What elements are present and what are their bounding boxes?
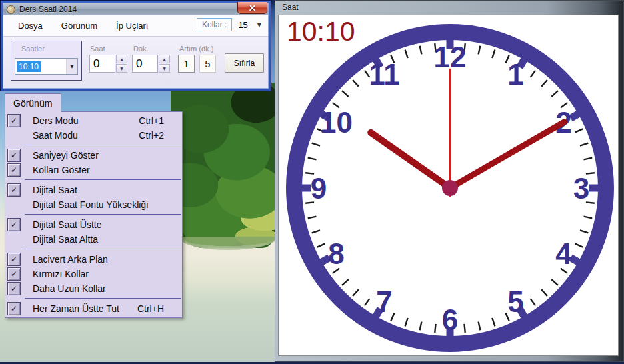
minute-tick — [405, 318, 408, 326]
checkmark-icon[interactable]: ✓ — [7, 163, 21, 177]
checkmark-icon[interactable]: ✓ — [7, 183, 21, 197]
menu-item-saat-modu[interactable]: Saat ModuCtrl+2 — [5, 128, 182, 143]
menu-item-label: Kolları Göster — [33, 165, 90, 175]
dak-spinner: 0 ▲ ▼ — [132, 55, 171, 73]
minute-tick — [551, 91, 558, 97]
saat-up-icon[interactable]: ▲ — [116, 55, 127, 63]
artim-1-button[interactable]: 1 — [178, 55, 195, 73]
menu-item-daha-uzun-kollar[interactable]: ✓Daha Uzun Kollar — [5, 281, 182, 296]
clock-window-title[interactable]: Saat — [282, 3, 299, 12]
saatler-selected-value: 10:10 — [17, 61, 41, 72]
minute-tick — [420, 322, 422, 331]
menu-item-label: Lacivert Arka Plan — [33, 254, 108, 265]
close-icon — [249, 5, 255, 11]
minute-tick — [530, 71, 535, 78]
saatler-dropdown-icon[interactable]: ▼ — [66, 59, 77, 74]
checkmark-icon[interactable]: ✓ — [7, 302, 21, 315]
gorunum-menu-header[interactable]: Görünüm — [5, 93, 61, 112]
menu-item-k-rm-z-kollar[interactable]: ✓Kırmızı Kollar — [5, 267, 182, 281]
menu-item-label: Dijital Saat Fontu Yüksekliği — [33, 199, 148, 210]
clock-app-icon — [7, 5, 15, 14]
checkmark-icon[interactable]: ✓ — [7, 253, 21, 266]
clock-face-area: 10:10 123456789101112 — [278, 15, 619, 356]
kollar-label: Kollar : — [197, 18, 232, 31]
menu-item-her-zaman-stte-tut[interactable]: ✓Her Zaman Üstte TutCtrl+H — [5, 301, 182, 316]
checkmark-icon[interactable]: ✓ — [7, 114, 21, 127]
menu-item-kollar-g-ster[interactable]: ✓Kolları Göster — [5, 163, 182, 177]
saatler-combobox[interactable]: 10:10 ▼ — [15, 58, 78, 75]
minute-tick — [492, 318, 495, 326]
menu-item-shortcut: Ctrl+2 — [139, 130, 182, 141]
saat-label: Saat — [90, 45, 105, 53]
clock-number: 5 — [507, 285, 523, 318]
hour-hand — [371, 133, 450, 188]
minute-tick — [312, 143, 320, 146]
menu-item-shortcut: Ctrl+H — [137, 303, 182, 314]
saatler-label: Saatler — [21, 45, 45, 53]
checkmark-icon[interactable]: ✓ — [7, 282, 21, 295]
menu-separator — [5, 143, 182, 148]
menu-item-shortcut: Ctrl+1 — [139, 115, 182, 126]
sifirla-button[interactable]: Sıfırla — [225, 53, 264, 73]
artim-5-button[interactable]: 5 — [199, 55, 216, 73]
minute-tick — [464, 324, 465, 333]
minute-tick — [541, 80, 547, 87]
menu-item-dijital-saat-fontu-y-ksekli-i[interactable]: Dijital Saat Fontu Yüksekliği — [5, 197, 182, 212]
close-button[interactable] — [237, 2, 267, 14]
checkmark-icon[interactable]: ✓ — [7, 267, 21, 281]
menu-item-label: Ders Modu — [33, 115, 78, 126]
menu-item-label: Her Zaman Üstte Tut — [33, 303, 119, 314]
minute-tick — [353, 80, 359, 87]
minute-tick — [317, 243, 325, 247]
menu-item-lacivert-arka-plan[interactable]: ✓Lacivert Arka Plan — [5, 252, 182, 267]
checkmark-icon[interactable]: ✓ — [7, 218, 21, 231]
menu-separator — [5, 296, 182, 301]
dak-input[interactable]: 0 — [132, 55, 158, 73]
menu-item-label: Saat Modu — [33, 130, 78, 141]
saat-input[interactable]: 0 — [89, 55, 115, 73]
dak-label: Dak. — [133, 45, 149, 53]
wallpaper-grass — [179, 237, 277, 250]
clock-number: 9 — [311, 172, 327, 205]
clock-number: 11 — [369, 58, 400, 91]
app-titlebar[interactable]: Ders Saati 2014 — [3, 3, 268, 15]
kollar-dropdown-icon[interactable]: ▼ — [257, 22, 261, 28]
hour-tick — [571, 258, 579, 263]
menu-item-dijital-saat-altta[interactable]: Dijital Saat Altta — [5, 232, 182, 247]
minute-tick — [479, 46, 481, 55]
clock-number: 12 — [434, 41, 467, 73]
app-window: Ders Saati 2014 Dosya Görünüm İp Uçları … — [0, 0, 271, 91]
dak-down-icon[interactable]: ▼ — [159, 64, 170, 73]
minute-tick — [312, 230, 320, 233]
menu-separator — [5, 212, 182, 217]
saat-down-icon[interactable]: ▼ — [116, 64, 127, 73]
minute-tick — [435, 324, 435, 333]
minute-hand — [450, 122, 564, 188]
minute-tick — [575, 243, 583, 247]
minute-tick — [530, 299, 535, 306]
menu-item-dijital-saat-stte[interactable]: ✓Dijital Saat Üstte — [5, 217, 182, 232]
menu-ip-uclari[interactable]: İp Uçları — [107, 17, 157, 34]
menu-item-label: Saniyeyi Göster — [33, 150, 99, 161]
menu-item-label: Dijital Saat Üstte — [33, 219, 101, 230]
menu-gorunum[interactable]: Görünüm — [52, 17, 107, 34]
menu-item-ders-modu[interactable]: ✓Ders ModuCtrl+1 — [5, 113, 182, 128]
clock-number: 1 — [507, 58, 523, 91]
wallpaper-trees — [171, 83, 277, 248]
kollar-value[interactable]: 15 — [238, 20, 247, 30]
gorunum-menu-panel: ✓Ders ModuCtrl+1Saat ModuCtrl+2✓Saniyeyi… — [5, 111, 183, 318]
minute-tick — [580, 230, 588, 233]
hour-tick — [571, 113, 579, 119]
minute-tick — [342, 91, 349, 97]
clock-number: 8 — [328, 237, 344, 270]
menu-item-saniyeyi-g-ster[interactable]: ✓Saniyeyi Göster — [5, 148, 182, 163]
minute-tick — [551, 279, 558, 285]
checkmark-icon[interactable]: ✓ — [7, 149, 21, 162]
clock-number: 6 — [442, 303, 458, 336]
menu-dosya[interactable]: Dosya — [9, 17, 52, 34]
menu-item-label: Dijital Saat Altta — [33, 234, 98, 245]
menu-item-dijital-saat[interactable]: ✓Dijital Saat — [5, 183, 182, 197]
app-control-panel: Saatler 10:10 ▼ Saat 0 ▲ ▼ Dak. 0 ▲ ▼ Ar… — [3, 36, 268, 88]
dak-up-icon[interactable]: ▲ — [159, 55, 170, 63]
minute-tick — [420, 46, 422, 55]
